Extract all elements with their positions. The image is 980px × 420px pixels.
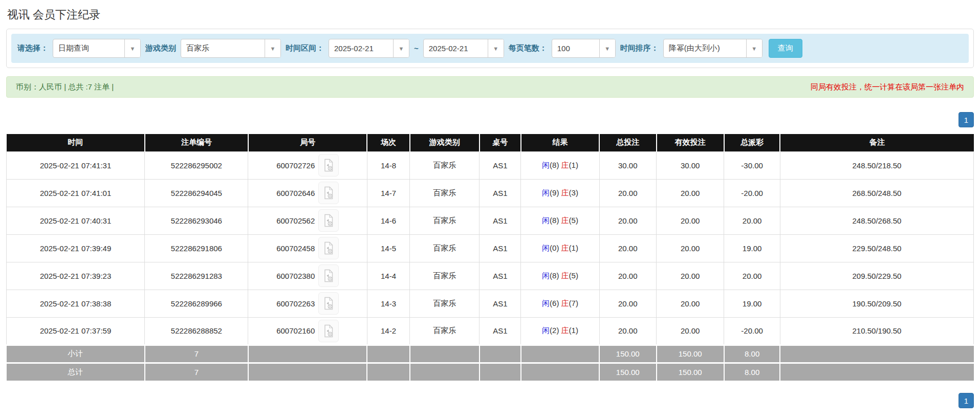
search-button[interactable]: 查询	[769, 39, 802, 58]
result-player-n: (8)	[550, 271, 559, 280]
session-cell: 14-8	[367, 151, 409, 179]
time-sort-label: 时间排序：	[620, 43, 659, 53]
video-file-icon	[323, 269, 334, 282]
date-from-value: 2025-02-21	[329, 44, 393, 53]
total-bet-cell: 20.00	[599, 290, 657, 317]
query-type-value: 日期查询	[53, 43, 124, 53]
game-type-cell: 百家乐	[410, 179, 480, 207]
video-replay-button[interactable]	[318, 264, 339, 287]
video-file-icon	[323, 324, 334, 338]
game-type-cell: 百家乐	[410, 234, 480, 262]
subtotal-row: 小计 7 150.00 150.00 8.00	[7, 345, 974, 363]
round-id: 600702458	[276, 244, 315, 253]
result-player: 闲	[542, 326, 550, 335]
round-cell: 600702458	[248, 234, 367, 262]
valid-bet-cell: 20.00	[657, 317, 724, 345]
game-type-cell: 百家乐	[410, 151, 480, 179]
table-row: 2025-02-21 07:37:59522286288852600702160…	[7, 317, 974, 345]
result-player: 闲	[542, 216, 550, 225]
round-cell: 600702562	[248, 207, 367, 234]
video-replay-button[interactable]	[318, 182, 339, 204]
result-player: 闲	[542, 299, 550, 307]
payout-cell: 20.00	[724, 207, 780, 234]
date-to-select[interactable]: 2025-02-21 ▼	[423, 39, 504, 58]
game-type-select[interactable]: 百家乐 ▼	[181, 39, 281, 58]
game-type-value: 百家乐	[181, 43, 265, 53]
note-cell: 248.50/218.50	[780, 151, 973, 179]
valid-bet-cell: 20.00	[657, 179, 724, 207]
total-bet-cell: 20.00	[599, 207, 657, 234]
table-header-row: 时间注单编号局号场次游戏类别桌号结果总投注有效投注总派彩备注	[7, 134, 974, 151]
subtotal-valid-bet: 150.00	[657, 345, 724, 363]
game-type-cell: 百家乐	[410, 290, 480, 317]
column-header: 游戏类别	[410, 134, 480, 151]
video-replay-button[interactable]	[318, 292, 339, 315]
page-size-select[interactable]: 100 ▼	[552, 39, 616, 58]
payout-cell: -20.00	[724, 179, 780, 207]
table-row: 2025-02-21 07:39:49522286291806600702458…	[7, 234, 974, 262]
table-summary: 小计 7 150.00 150.00 8.00 总计 7 15	[7, 345, 974, 381]
chevron-down-icon: ▼	[746, 39, 762, 57]
result-cell: 闲(6) 庄(7)	[521, 290, 599, 317]
video-replay-button[interactable]	[318, 154, 339, 176]
session-cell: 14-2	[367, 317, 409, 345]
video-replay-button[interactable]	[318, 320, 339, 342]
column-header: 有效投注	[657, 134, 724, 151]
video-replay-button[interactable]	[318, 209, 339, 232]
note-cell: 209.50/229.50	[780, 262, 973, 290]
video-file-icon	[323, 241, 334, 255]
session-cell: 14-3	[367, 290, 409, 317]
result-banker-n: (3)	[569, 188, 578, 197]
column-header: 总派彩	[724, 134, 780, 151]
bet-id-cell: 522286289966	[145, 290, 248, 317]
empty-cell	[480, 345, 521, 363]
result-banker: 庄	[561, 326, 569, 335]
result-player-n: (8)	[550, 216, 559, 225]
result-cell: 闲(8) 庄(1)	[521, 151, 599, 179]
page-1-button[interactable]: 1	[959, 393, 974, 408]
subtotal-count: 7	[145, 345, 248, 363]
total-payout: 8.00	[724, 363, 780, 381]
session-cell: 14-7	[367, 179, 409, 207]
result-banker: 庄	[561, 244, 569, 252]
empty-cell	[367, 345, 409, 363]
result-banker: 庄	[561, 216, 569, 225]
time-cell: 2025-02-21 07:41:31	[7, 151, 145, 179]
column-header: 场次	[367, 134, 409, 151]
table-row: 2025-02-21 07:38:38522286289966600702263…	[7, 290, 974, 317]
chevron-down-icon: ▼	[488, 39, 504, 57]
column-header: 备注	[780, 134, 973, 151]
date-from-select[interactable]: 2025-02-21 ▼	[329, 39, 409, 58]
total-row: 总计 7 150.00 150.00 8.00	[7, 363, 974, 381]
payout-cell: 20.00	[724, 262, 780, 290]
result-cell: 闲(8) 庄(5)	[521, 207, 599, 234]
chevron-down-icon: ▼	[124, 39, 140, 57]
round-cell: 600702380	[248, 262, 367, 290]
column-header: 注单编号	[145, 134, 248, 151]
query-type-select[interactable]: 日期查询 ▼	[53, 39, 141, 58]
video-replay-button[interactable]	[318, 237, 339, 259]
subtotal-total-bet: 150.00	[599, 345, 657, 363]
column-header: 时间	[7, 134, 145, 151]
note-cell: 229.50/248.50	[780, 234, 973, 262]
table-no-cell: AS1	[480, 317, 521, 345]
table-row: 2025-02-21 07:41:01522286294045600702646…	[7, 179, 974, 207]
result-banker-n: (1)	[569, 326, 578, 335]
round-id: 600702380	[276, 272, 315, 280]
note-cell: 190.50/209.50	[780, 290, 973, 317]
empty-cell	[248, 345, 367, 363]
bet-id-cell: 522286295002	[145, 151, 248, 179]
empty-cell	[521, 363, 599, 381]
time-sort-select[interactable]: 降幂(由大到小) ▼	[663, 39, 763, 58]
valid-bet-cell: 20.00	[657, 290, 724, 317]
column-header: 总投注	[599, 134, 657, 151]
currency-summary-bar: 币别：人民币 | 总共 :7 注单 | 同局有效投注，统一计算在该局第一张注单内	[6, 76, 974, 98]
currency-total-text: 币别：人民币 | 总共 :7 注单 |	[16, 82, 114, 92]
result-player-n: (6)	[550, 299, 559, 307]
column-header: 结果	[521, 134, 599, 151]
page-1-button[interactable]: 1	[959, 112, 974, 127]
empty-cell	[780, 345, 973, 363]
total-count: 7	[145, 363, 248, 381]
result-banker: 庄	[561, 271, 569, 280]
valid-bet-cell: 30.00	[657, 151, 724, 179]
